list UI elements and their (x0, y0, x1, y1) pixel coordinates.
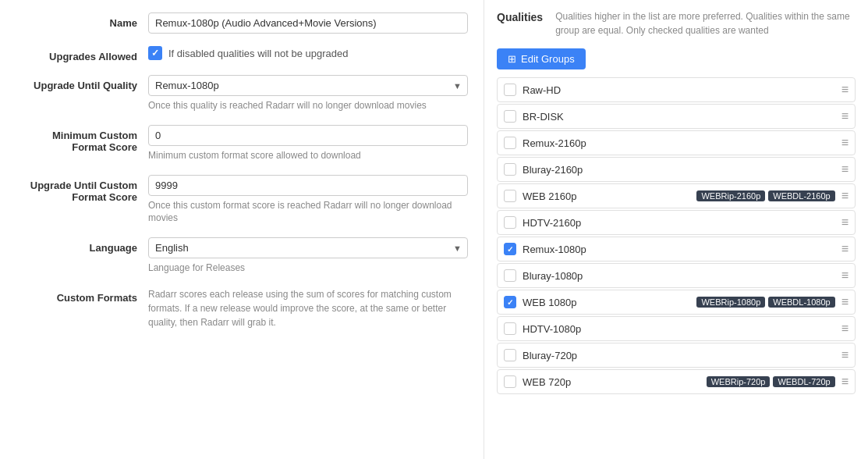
quality-name: WEB 1080p (523, 297, 690, 308)
quality-checkbox[interactable] (504, 190, 516, 202)
quality-item: WEB 720pWEBRip-720pWEBDL-720p≡ (497, 369, 856, 394)
quality-item: Bluray-2160p≡ (497, 157, 856, 182)
quality-item: BR-DISK≡ (497, 104, 856, 129)
drag-handle-icon[interactable]: ≡ (841, 190, 849, 202)
drag-handle-icon[interactable]: ≡ (841, 349, 849, 361)
drag-handle-icon[interactable]: ≡ (841, 375, 849, 388)
name-row: Name (16, 12, 468, 34)
quality-checkbox[interactable] (504, 84, 516, 96)
upgrade-until-row: Upgrade Until Quality Remux-1080p Bluray… (16, 75, 468, 112)
min-custom-row: Minimum Custom Format Score Minimum cust… (16, 125, 468, 162)
quality-item: Bluray-720p≡ (497, 343, 856, 368)
quality-tag: WEBDL-1080p (768, 297, 834, 308)
quality-item: Bluray-1080p≡ (497, 263, 856, 288)
quality-name: Bluray-2160p (523, 164, 829, 176)
upgrade-custom-content: Once this custom format score is reached… (148, 175, 468, 226)
upgrades-content: If disabled qualities will not be upgrad… (148, 46, 468, 60)
quality-name: WEB 720p (523, 376, 700, 388)
name-label: Name (16, 12, 148, 29)
name-input[interactable] (148, 12, 468, 34)
quality-checkbox[interactable] (504, 322, 516, 335)
upgrade-custom-row: Upgrade Until Custom Format Score Once t… (16, 175, 468, 226)
upgrade-until-select-wrapper: Remux-1080p Bluray-1080p WEB 1080p HDTV-… (148, 75, 468, 96)
upgrade-custom-label: Upgrade Until Custom Format Score (16, 175, 148, 203)
min-custom-label: Minimum Custom Format Score (16, 125, 148, 153)
quality-item: HDTV-1080p≡ (497, 316, 856, 341)
upgrades-checkbox-label: If disabled qualities will not be upgrad… (168, 48, 349, 59)
quality-name: HDTV-1080p (523, 323, 829, 335)
upgrades-label: Upgrades Allowed (16, 46, 148, 62)
drag-handle-icon[interactable]: ≡ (841, 322, 849, 335)
quality-tags: WEBRip-1080pWEBDL-1080p (696, 297, 834, 308)
quality-checkbox[interactable] (504, 375, 516, 388)
language-content: English French German Spanish ▼ Language… (148, 237, 468, 275)
upgrades-checkbox[interactable] (148, 46, 162, 60)
quality-name: Remux-2160p (523, 137, 829, 149)
drag-handle-icon[interactable]: ≡ (841, 243, 849, 255)
right-panel: Qualities Qualities higher in the list a… (484, 0, 868, 459)
language-label: Language (16, 237, 148, 254)
quality-name: BR-DISK (523, 111, 829, 123)
min-custom-content: Minimum custom format score allowed to d… (148, 125, 468, 162)
upgrades-checkbox-row: If disabled qualities will not be upgrad… (148, 46, 468, 60)
quality-name: Raw-HD (523, 84, 829, 96)
drag-handle-icon[interactable]: ≡ (841, 216, 849, 229)
quality-name: HDTV-2160p (523, 217, 829, 229)
min-custom-input[interactable] (148, 125, 468, 146)
upgrades-row: Upgrades Allowed If disabled qualities w… (16, 46, 468, 62)
quality-name: Remux-1080p (523, 244, 829, 255)
quality-item: Remux-2160p≡ (497, 130, 856, 155)
drag-handle-icon[interactable]: ≡ (841, 163, 849, 176)
quality-checkbox[interactable] (504, 110, 516, 123)
quality-checkbox[interactable] (504, 349, 516, 361)
quality-tag: WEBDL-2160p (768, 190, 834, 201)
custom-formats-row: Custom Formats Radarr scores each releas… (16, 287, 468, 329)
custom-formats-label: Custom Formats (16, 287, 148, 304)
quality-tags: WEBRip-2160pWEBDL-2160p (696, 190, 834, 201)
drag-handle-icon[interactable]: ≡ (841, 269, 849, 282)
right-header: Qualities Qualities higher in the list a… (497, 9, 856, 37)
custom-formats-text: Radarr scores each release using the sum… (148, 287, 468, 329)
min-custom-hint: Minimum custom format score allowed to d… (148, 149, 468, 162)
quality-checkbox[interactable] (504, 163, 516, 176)
quality-name: WEB 2160p (523, 190, 690, 202)
edit-groups-button[interactable]: ⊞ Edit Groups (497, 48, 586, 69)
language-hint: Language for Releases (148, 262, 468, 275)
upgrade-custom-hint: Once this custom format score is reached… (148, 199, 468, 226)
edit-groups-label: Edit Groups (521, 53, 575, 65)
quality-item: WEB 2160pWEBRip-2160pWEBDL-2160p≡ (497, 183, 856, 208)
custom-formats-content: Radarr scores each release using the sum… (148, 287, 468, 329)
quality-checkbox[interactable] (504, 137, 516, 149)
left-panel: Name Upgrades Allowed If disabled qualit… (0, 0, 484, 459)
name-content (148, 12, 468, 34)
upgrade-until-select[interactable]: Remux-1080p Bluray-1080p WEB 1080p HDTV-… (148, 75, 468, 96)
language-row: Language English French German Spanish ▼… (16, 237, 468, 275)
quality-checkbox[interactable] (504, 296, 516, 308)
quality-checkbox[interactable] (504, 216, 516, 229)
upgrade-until-hint: Once this quality is reached Radarr will… (148, 99, 468, 112)
quality-tag: WEBRip-1080p (696, 297, 765, 308)
quality-tags: WEBRip-720pWEBDL-720p (707, 376, 835, 387)
upgrade-until-content: Remux-1080p Bluray-1080p WEB 1080p HDTV-… (148, 75, 468, 112)
quality-checkbox[interactable] (504, 269, 516, 282)
edit-groups-icon: ⊞ (508, 53, 516, 65)
quality-item: Raw-HD≡ (497, 77, 856, 102)
language-select[interactable]: English French German Spanish (148, 237, 468, 258)
quality-list: Raw-HD≡BR-DISK≡Remux-2160p≡Bluray-2160p≡… (497, 77, 856, 394)
quality-name: Bluray-1080p (523, 270, 829, 282)
quality-tag: WEBDL-720p (773, 376, 834, 387)
drag-handle-icon[interactable]: ≡ (841, 110, 849, 123)
upgrade-until-label: Upgrade Until Quality (16, 75, 148, 91)
quality-tag: WEBRip-720p (707, 376, 771, 387)
quality-checkbox[interactable] (504, 243, 516, 255)
drag-handle-icon[interactable]: ≡ (841, 84, 849, 96)
qualities-label: Qualities (497, 9, 543, 23)
drag-handle-icon[interactable]: ≡ (841, 296, 849, 308)
qualities-desc: Qualities higher in the list are more pr… (555, 9, 856, 37)
quality-tag: WEBRip-2160p (696, 190, 765, 201)
quality-item: HDTV-2160p≡ (497, 210, 856, 235)
upgrade-custom-input[interactable] (148, 175, 468, 196)
quality-name: Bluray-720p (523, 350, 829, 361)
quality-item: WEB 1080pWEBRip-1080pWEBDL-1080p≡ (497, 290, 856, 315)
drag-handle-icon[interactable]: ≡ (841, 137, 849, 149)
